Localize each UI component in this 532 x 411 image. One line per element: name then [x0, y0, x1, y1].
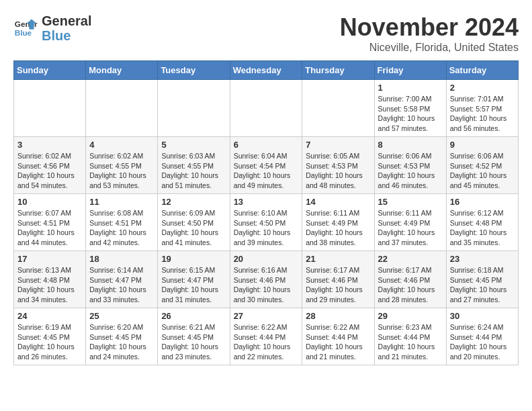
day-number: 16 [450, 197, 515, 207]
calendar-cell: 9Sunrise: 6:06 AMSunset: 4:52 PMDaylight… [446, 137, 518, 194]
day-number: 19 [161, 254, 226, 264]
day-number: 10 [17, 197, 82, 207]
calendar-cell: 16Sunrise: 6:12 AMSunset: 4:48 PMDayligh… [446, 194, 518, 251]
day-number: 23 [450, 254, 515, 264]
calendar-cell: 1Sunrise: 7:00 AMSunset: 5:58 PMDaylight… [374, 80, 446, 137]
day-info: Sunrise: 6:23 AMSunset: 4:44 PMDaylight:… [378, 322, 443, 362]
day-info: Sunrise: 6:03 AMSunset: 4:55 PMDaylight:… [161, 151, 226, 191]
day-info: Sunrise: 7:01 AMSunset: 5:57 PMDaylight:… [450, 94, 515, 134]
day-number: 15 [378, 197, 443, 207]
day-number: 11 [89, 197, 154, 207]
day-info: Sunrise: 6:22 AMSunset: 4:44 PMDaylight:… [234, 322, 299, 362]
calendar-cell: 13Sunrise: 6:10 AMSunset: 4:50 PMDayligh… [230, 194, 302, 251]
calendar: SundayMondayTuesdayWednesdayThursdayFrid… [13, 60, 519, 365]
day-number: 24 [17, 311, 82, 321]
day-number: 12 [161, 197, 226, 207]
logo-text: General Blue [42, 13, 91, 43]
day-header-sunday: Sunday [14, 61, 86, 80]
day-number: 6 [234, 140, 299, 150]
day-number: 9 [450, 140, 515, 150]
day-number: 29 [378, 311, 443, 321]
title-section: November 2024 Niceville, Florida, United… [340, 13, 519, 54]
calendar-cell: 24Sunrise: 6:19 AMSunset: 4:45 PMDayligh… [14, 308, 86, 365]
calendar-week-3: 10Sunrise: 6:07 AMSunset: 4:51 PMDayligh… [14, 194, 519, 251]
day-number: 30 [450, 311, 515, 321]
day-info: Sunrise: 6:06 AMSunset: 4:53 PMDaylight:… [378, 151, 443, 191]
calendar-cell: 29Sunrise: 6:23 AMSunset: 4:44 PMDayligh… [374, 308, 446, 365]
calendar-week-2: 3Sunrise: 6:02 AMSunset: 4:56 PMDaylight… [14, 137, 519, 194]
day-number: 1 [378, 83, 443, 93]
day-info: Sunrise: 6:15 AMSunset: 4:47 PMDaylight:… [161, 265, 226, 305]
day-info: Sunrise: 6:02 AMSunset: 4:55 PMDaylight:… [89, 151, 154, 191]
day-number: 27 [234, 311, 299, 321]
day-number: 2 [450, 83, 515, 93]
day-header-thursday: Thursday [302, 61, 374, 80]
location-title: Niceville, Florida, United States [340, 42, 519, 54]
calendar-week-1: 1Sunrise: 7:00 AMSunset: 5:58 PMDaylight… [14, 80, 519, 137]
day-info: Sunrise: 6:17 AMSunset: 4:46 PMDaylight:… [378, 265, 443, 305]
day-info: Sunrise: 7:00 AMSunset: 5:58 PMDaylight:… [378, 94, 443, 134]
day-info: Sunrise: 6:02 AMSunset: 4:56 PMDaylight:… [17, 151, 82, 191]
day-info: Sunrise: 6:13 AMSunset: 4:48 PMDaylight:… [17, 265, 82, 305]
calendar-cell: 12Sunrise: 6:09 AMSunset: 4:50 PMDayligh… [158, 194, 230, 251]
day-number: 18 [89, 254, 154, 264]
calendar-cell: 30Sunrise: 6:24 AMSunset: 4:44 PMDayligh… [446, 308, 518, 365]
day-info: Sunrise: 6:22 AMSunset: 4:44 PMDaylight:… [306, 322, 370, 362]
calendar-cell: 8Sunrise: 6:06 AMSunset: 4:53 PMDaylight… [374, 137, 446, 194]
day-info: Sunrise: 6:11 AMSunset: 4:49 PMDaylight:… [378, 208, 443, 248]
day-number: 20 [234, 254, 299, 264]
day-info: Sunrise: 6:21 AMSunset: 4:45 PMDaylight:… [161, 322, 226, 362]
day-info: Sunrise: 6:16 AMSunset: 4:46 PMDaylight:… [234, 265, 299, 305]
day-info: Sunrise: 6:09 AMSunset: 4:50 PMDaylight:… [161, 208, 226, 248]
calendar-cell [158, 80, 230, 137]
calendar-cell: 28Sunrise: 6:22 AMSunset: 4:44 PMDayligh… [302, 308, 374, 365]
calendar-week-4: 17Sunrise: 6:13 AMSunset: 4:48 PMDayligh… [14, 251, 519, 308]
calendar-cell [86, 80, 158, 137]
day-header-wednesday: Wednesday [230, 61, 302, 80]
day-info: Sunrise: 6:04 AMSunset: 4:54 PMDaylight:… [234, 151, 299, 191]
calendar-cell: 26Sunrise: 6:21 AMSunset: 4:45 PMDayligh… [158, 308, 230, 365]
day-info: Sunrise: 6:14 AMSunset: 4:47 PMDaylight:… [89, 265, 154, 305]
calendar-cell: 6Sunrise: 6:04 AMSunset: 4:54 PMDaylight… [230, 137, 302, 194]
day-number: 22 [378, 254, 443, 264]
header: General Blue General Blue November 2024 … [13, 13, 519, 54]
calendar-cell: 7Sunrise: 6:05 AMSunset: 4:53 PMDaylight… [302, 137, 374, 194]
calendar-cell: 25Sunrise: 6:20 AMSunset: 4:45 PMDayligh… [86, 308, 158, 365]
calendar-cell [230, 80, 302, 137]
day-number: 21 [306, 254, 370, 264]
day-info: Sunrise: 6:20 AMSunset: 4:45 PMDaylight:… [89, 322, 154, 362]
day-header-saturday: Saturday [446, 61, 518, 80]
day-header-tuesday: Tuesday [158, 61, 230, 80]
calendar-cell: 20Sunrise: 6:16 AMSunset: 4:46 PMDayligh… [230, 251, 302, 308]
day-info: Sunrise: 6:17 AMSunset: 4:46 PMDaylight:… [306, 265, 370, 305]
day-info: Sunrise: 6:18 AMSunset: 4:45 PMDaylight:… [450, 265, 515, 305]
day-number: 5 [161, 140, 226, 150]
calendar-cell: 15Sunrise: 6:11 AMSunset: 4:49 PMDayligh… [374, 194, 446, 251]
day-number: 7 [306, 140, 370, 150]
calendar-cell: 3Sunrise: 6:02 AMSunset: 4:56 PMDaylight… [14, 137, 86, 194]
day-info: Sunrise: 6:24 AMSunset: 4:44 PMDaylight:… [450, 322, 515, 362]
calendar-cell: 14Sunrise: 6:11 AMSunset: 4:49 PMDayligh… [302, 194, 374, 251]
day-number: 17 [17, 254, 82, 264]
logo: General Blue General Blue [13, 13, 91, 43]
month-title: November 2024 [340, 13, 519, 42]
calendar-cell: 27Sunrise: 6:22 AMSunset: 4:44 PMDayligh… [230, 308, 302, 365]
logo-line1: General [42, 13, 91, 28]
day-number: 13 [234, 197, 299, 207]
day-info: Sunrise: 6:12 AMSunset: 4:48 PMDaylight:… [450, 208, 515, 248]
calendar-cell: 2Sunrise: 7:01 AMSunset: 5:57 PMDaylight… [446, 80, 518, 137]
svg-text:General: General [15, 19, 38, 28]
day-number: 14 [306, 197, 370, 207]
logo-line2: Blue [42, 28, 71, 43]
calendar-cell: 18Sunrise: 6:14 AMSunset: 4:47 PMDayligh… [86, 251, 158, 308]
calendar-cell: 17Sunrise: 6:13 AMSunset: 4:48 PMDayligh… [14, 251, 86, 308]
day-info: Sunrise: 6:11 AMSunset: 4:49 PMDaylight:… [306, 208, 370, 248]
calendar-cell: 5Sunrise: 6:03 AMSunset: 4:55 PMDaylight… [158, 137, 230, 194]
day-number: 28 [306, 311, 370, 321]
calendar-cell [302, 80, 374, 137]
day-number: 8 [378, 140, 443, 150]
day-number: 3 [17, 140, 82, 150]
day-header-monday: Monday [86, 61, 158, 80]
calendar-cell: 11Sunrise: 6:08 AMSunset: 4:51 PMDayligh… [86, 194, 158, 251]
calendar-cell: 23Sunrise: 6:18 AMSunset: 4:45 PMDayligh… [446, 251, 518, 308]
